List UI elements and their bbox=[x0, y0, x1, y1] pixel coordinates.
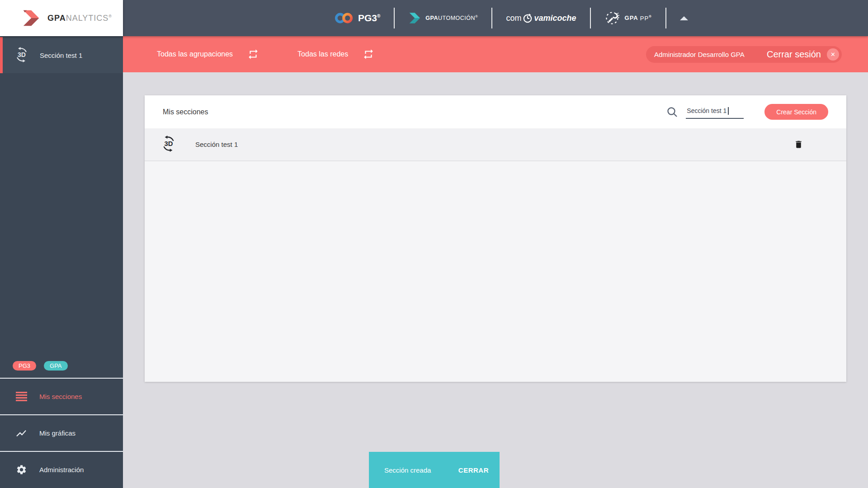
sidebar-item-mis-graficas[interactable]: Mis gráficas bbox=[0, 414, 123, 451]
line-chart-icon bbox=[15, 427, 27, 439]
logo-bold: GPA bbox=[47, 14, 66, 23]
sidebar-item-administracion[interactable]: Administración bbox=[0, 451, 123, 488]
create-section-button[interactable]: Crear Sección bbox=[764, 104, 828, 120]
sidebar-item-label: Sección test 1 bbox=[40, 52, 82, 59]
logo-rest: NALYTICS bbox=[66, 14, 109, 23]
logout-close-icon[interactable]: ✕ bbox=[827, 48, 839, 61]
gpapp-logo-text: GPAPP® bbox=[625, 14, 652, 21]
filter-bar: Todas las agrupaciones Todas las redes A… bbox=[123, 36, 868, 72]
sidebar-item-seccion-test-1[interactable]: 3D Sección test 1 bbox=[0, 37, 123, 73]
sidebar-menu: Mis secciones Mis gráficas Administració… bbox=[0, 378, 123, 488]
sections-card: Mis secciones Crear Sección 3D bbox=[145, 95, 846, 382]
comvamicoche-suffix: vamicoche bbox=[534, 14, 576, 23]
sidebar: GPANALYTICS® 3D Sección test 1 PG3 GPA bbox=[0, 0, 123, 488]
3d-rotation-icon: 3D bbox=[160, 135, 177, 154]
top-header: PG3® GPAUTOMOCIÓN® com vamicoche bbox=[123, 0, 868, 36]
pg3-badge[interactable]: PG3 bbox=[13, 361, 36, 371]
search-input[interactable] bbox=[686, 105, 744, 114]
wrench-icon bbox=[604, 10, 621, 26]
snackbar-toast: Sección creada CERRAR bbox=[369, 452, 500, 488]
swap-redes-icon[interactable] bbox=[363, 48, 374, 60]
menu-item-label: Mis gráficas bbox=[39, 429, 75, 437]
3d-rotation-icon: 3D bbox=[14, 47, 30, 64]
filter-redes[interactable]: Todas las redes bbox=[297, 50, 348, 58]
page-title: Mis secciones bbox=[163, 108, 666, 116]
header-separator bbox=[394, 8, 395, 28]
gpautomocion-logo-text: GPAUTOMOCIÓN® bbox=[425, 14, 478, 21]
header-separator bbox=[665, 8, 666, 28]
pg3-infinity-icon bbox=[334, 11, 354, 25]
search-icon[interactable] bbox=[666, 106, 678, 118]
header-separator bbox=[590, 8, 591, 28]
menu-item-label: Mis secciones bbox=[39, 393, 82, 400]
gpanalytics-logo-icon bbox=[22, 8, 42, 28]
menu-bars-icon bbox=[15, 391, 27, 403]
swap-agrupaciones-icon[interactable] bbox=[247, 48, 259, 60]
logo-reg: ® bbox=[108, 14, 112, 19]
search-field-wrap bbox=[686, 105, 744, 119]
section-row[interactable]: 3D Sección test 1 bbox=[145, 128, 846, 161]
collapse-header-arrow-icon[interactable] bbox=[680, 16, 688, 20]
svg-text:3D: 3D bbox=[18, 51, 26, 58]
svg-text:3D: 3D bbox=[165, 140, 173, 147]
filter-agrupaciones[interactable]: Todas las agrupaciones bbox=[157, 50, 233, 58]
pg3-logo: PG3® bbox=[334, 11, 380, 25]
toast-close-button[interactable]: CERRAR bbox=[458, 466, 489, 474]
current-user-label[interactable]: Administrador Desarrollo GPA bbox=[654, 51, 751, 58]
gpanalytics-logo: GPANALYTICS® bbox=[0, 0, 123, 36]
gpautomocion-logo: GPAUTOMOCIÓN® bbox=[408, 11, 478, 25]
menu-item-label: Administración bbox=[39, 466, 84, 474]
sections-card-header: Mis secciones Crear Sección bbox=[145, 95, 846, 128]
comvamicoche-logo: com vamicoche bbox=[506, 13, 576, 23]
sidebar-item-mis-secciones[interactable]: Mis secciones bbox=[0, 378, 123, 414]
gpa-badge[interactable]: GPA bbox=[44, 361, 68, 371]
header-separator bbox=[491, 8, 492, 28]
toast-message: Sección creada bbox=[384, 466, 458, 474]
gear-icon bbox=[15, 464, 27, 476]
sidebar-badges: PG3 GPA bbox=[13, 361, 68, 371]
gpautomocion-arrow-icon bbox=[408, 11, 422, 25]
pg3-logo-text: PG3® bbox=[358, 13, 380, 23]
trash-icon bbox=[794, 140, 803, 149]
text-caret bbox=[728, 107, 729, 115]
gpanalytics-logo-text: GPANALYTICS® bbox=[47, 14, 112, 23]
user-session-pill: Administrador Desarrollo GPA Cerrar sesi… bbox=[646, 46, 842, 63]
delete-section-button[interactable] bbox=[794, 140, 803, 149]
clock-icon bbox=[522, 13, 533, 23]
comvamicoche-prefix: com bbox=[506, 14, 521, 23]
section-row-name: Sección test 1 bbox=[195, 141, 238, 148]
logout-button[interactable]: Cerrar sesión bbox=[767, 49, 821, 60]
app-root: GPANALYTICS® 3D Sección test 1 PG3 GPA bbox=[0, 0, 868, 488]
gpapp-logo: GPAPP® bbox=[604, 10, 652, 26]
